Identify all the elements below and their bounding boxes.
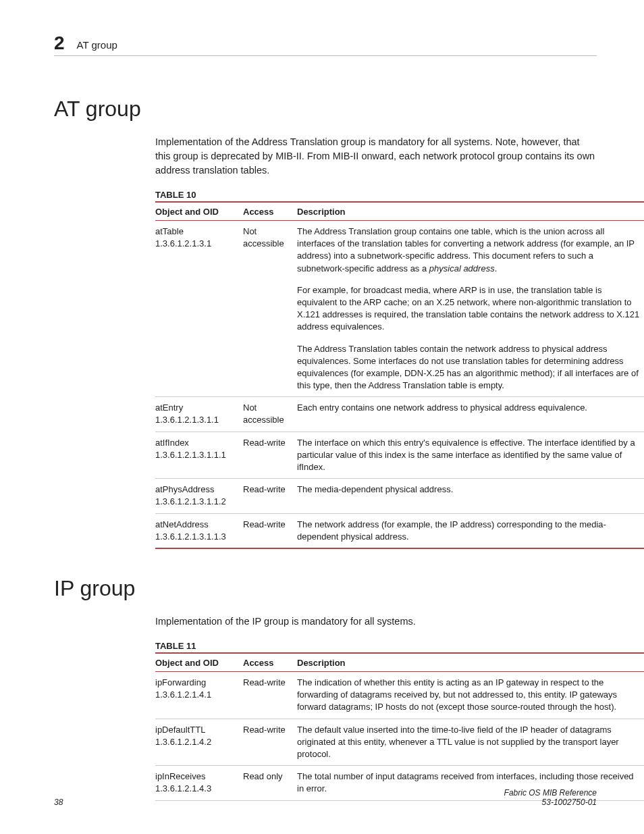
description-value: The indication of whether this entity is… [297, 672, 644, 719]
description-value: The default value inserted into the time… [297, 719, 644, 766]
access-value: Read-write [243, 719, 297, 766]
description-value: Each entry contains one network address … [297, 397, 644, 432]
table-row: atTable 1.3.6.1.2.1.3.1 Not accessible T… [155, 221, 644, 397]
page-footer: 38 Fabric OS MIB Reference 53-1002750-01 [54, 788, 597, 807]
desc-text: For example, for broadcast media, where … [297, 284, 641, 334]
desc-text: The Address Translation tables contain t… [297, 343, 641, 392]
access-value: Read-write [243, 513, 297, 548]
section-heading-ip-group: IP group [54, 576, 597, 601]
page-number: 38 [54, 798, 63, 807]
table10-caption: TABLE 10 [155, 190, 597, 200]
object-name: atPhysAddress [155, 484, 239, 496]
object-oid: 1.3.6.1.2.1.4.2 [155, 736, 239, 748]
access-value: Read-write [243, 432, 297, 479]
desc-italic: physical address [429, 263, 495, 273]
table-row: atEntry 1.3.6.1.2.1.3.1.1 Not accessible… [155, 397, 644, 432]
table11-caption: TABLE 11 [155, 641, 597, 651]
table-row: ipForwarding 1.3.6.1.2.1.4.1 Read-write … [155, 672, 644, 719]
section-heading-at-group: AT group [54, 97, 597, 122]
description-value: The network address (for example, the IP… [297, 513, 644, 548]
desc-text: The interface on which this entry's equi… [297, 437, 641, 474]
access-value: Not accessible [243, 221, 297, 397]
object-name: ipDefaultTTL [155, 724, 239, 736]
running-header: 2 AT group [54, 34, 597, 56]
table-row: atPhysAddress 1.3.6.1.2.1.3.1.1.2 Read-w… [155, 479, 644, 513]
object-name: atTable [155, 226, 239, 238]
object-oid: 1.3.6.1.2.1.3.1.1 [155, 414, 239, 426]
description-value: The Address Translation group contains o… [297, 221, 644, 397]
object-oid: 1.3.6.1.2.1.3.1.1.3 [155, 531, 239, 543]
object-name: atNetAddress [155, 519, 239, 531]
object-oid: 1.3.6.1.2.1.3.1 [155, 238, 239, 250]
object-oid: 1.3.6.1.2.1.3.1.1.1 [155, 449, 239, 461]
table-header-row: Object and OID Access Description [155, 653, 644, 672]
description-value: The media-dependent physical address. [297, 479, 644, 513]
desc-text: Each entry contains one network address … [297, 402, 641, 414]
desc-text: . [495, 263, 498, 273]
table11: Object and OID Access Description ipForw… [155, 652, 644, 801]
access-value: Read-write [243, 479, 297, 513]
desc-text: The network address (for example, the IP… [297, 519, 641, 543]
header-title: AT group [77, 39, 117, 53]
object-oid: 1.3.6.1.2.1.3.1.1.2 [155, 496, 239, 508]
object-name: ipInReceives [155, 771, 239, 783]
object-name: atEntry [155, 402, 239, 414]
page: 2 AT group AT group Implementation of th… [0, 0, 644, 834]
chapter-number: 2 [54, 34, 65, 53]
desc-text: The media-dependent physical address. [297, 484, 641, 496]
desc-text: The indication of whether this entity is… [297, 677, 641, 714]
col-object-and-oid: Object and OID [155, 653, 243, 672]
object-oid: 1.3.6.1.2.1.4.1 [155, 689, 239, 701]
table-row: atIfIndex 1.3.6.1.2.1.3.1.1.1 Read-write… [155, 432, 644, 479]
access-value: Not accessible [243, 397, 297, 432]
col-access: Access [243, 653, 297, 672]
table-row: ipDefaultTTL 1.3.6.1.2.1.4.2 Read-write … [155, 719, 644, 766]
access-value: Read-write [243, 672, 297, 719]
col-description: Description [297, 202, 644, 221]
object-name: ipForwarding [155, 677, 239, 689]
section1-intro: Implementation of the Address Translatio… [155, 135, 597, 178]
object-name: atIfIndex [155, 437, 239, 449]
col-object-and-oid: Object and OID [155, 202, 243, 221]
table10: Object and OID Access Description atTabl… [155, 201, 644, 549]
table-row: atNetAddress 1.3.6.1.2.1.3.1.1.3 Read-wr… [155, 513, 644, 548]
col-access: Access [243, 202, 297, 221]
section2-intro: Implementation of the IP group is mandat… [155, 615, 597, 629]
description-value: The interface on which this entry's equi… [297, 432, 644, 479]
col-description: Description [297, 653, 644, 672]
table-header-row: Object and OID Access Description [155, 202, 644, 221]
desc-text: The default value inserted into the time… [297, 724, 641, 761]
doc-id: 53-1002750-01 [504, 798, 597, 807]
doc-title: Fabric OS MIB Reference [504, 788, 597, 798]
